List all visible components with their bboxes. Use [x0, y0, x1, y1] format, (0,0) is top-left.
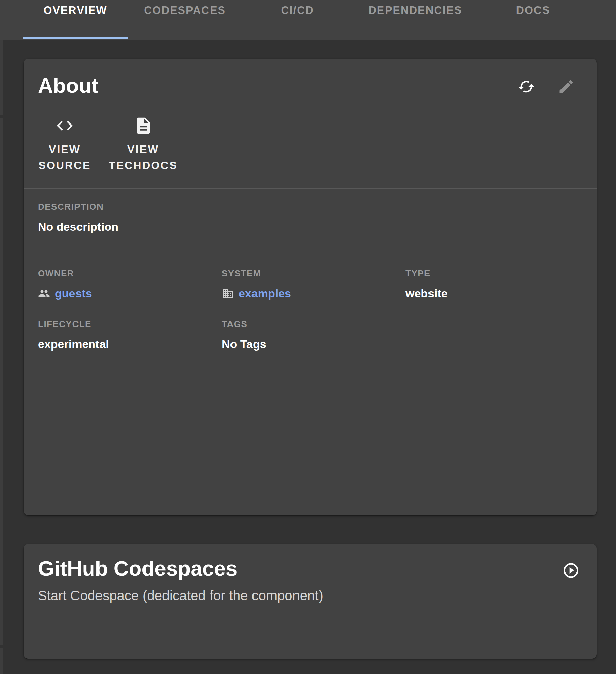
start-codespace-button[interactable] — [562, 562, 580, 580]
play-circle-icon — [562, 562, 580, 580]
document-icon — [134, 116, 153, 136]
field-description: DESCRIPTION No description — [38, 202, 118, 233]
field-description-label: DESCRIPTION — [38, 202, 118, 212]
github-codespaces-card: GitHub Codespaces Start Codespace (dedic… — [24, 544, 597, 659]
code-icon — [55, 116, 74, 136]
codespaces-card-title: GitHub Codespaces — [38, 557, 237, 580]
tab-docs[interactable]: DOCS — [477, 0, 589, 40]
owner-link[interactable]: guests — [55, 287, 92, 300]
refresh-icon — [518, 78, 535, 96]
view-techdocs-label: VIEW TECHDOCS — [104, 141, 182, 174]
field-tags-value: No Tags — [222, 338, 266, 351]
tab-overview[interactable]: OVERVIEW — [23, 0, 128, 40]
left-cutoff-card-edge — [0, 40, 3, 115]
about-card-buttons: VIEW SOURCE VIEW TECHDOCS — [25, 116, 182, 174]
left-cutoff-card-edge — [0, 118, 3, 645]
view-techdocs-button[interactable]: VIEW TECHDOCS — [104, 116, 182, 174]
tab-dependencies[interactable]: DEPENDENCIES — [353, 0, 477, 40]
field-lifecycle-value: experimental — [38, 338, 109, 351]
field-type: TYPE website — [405, 268, 448, 300]
about-card-divider — [24, 188, 597, 189]
group-icon — [38, 288, 50, 300]
business-icon — [222, 288, 234, 300]
entity-tab-bar: OVERVIEW CODESPACES CI/CD DEPENDENCIES D… — [0, 0, 616, 40]
codespaces-card-subtitle: Start Codespace (dedicated for the compo… — [38, 588, 323, 603]
left-cutoff-card-edge — [0, 648, 3, 674]
refresh-entity-button[interactable] — [518, 78, 535, 96]
field-type-value: website — [405, 287, 448, 300]
field-system: SYSTEM examples — [222, 268, 291, 300]
edit-icon — [557, 78, 575, 96]
field-lifecycle: LIFECYCLE experimental — [38, 319, 109, 351]
field-type-label: TYPE — [405, 268, 448, 279]
field-owner-label: OWNER — [38, 268, 92, 279]
field-system-label: SYSTEM — [222, 268, 291, 279]
view-source-label: VIEW SOURCE — [25, 141, 104, 174]
tab-codespaces[interactable]: CODESPACES — [128, 0, 242, 40]
view-source-button[interactable]: VIEW SOURCE — [25, 116, 104, 174]
tab-cicd[interactable]: CI/CD — [242, 0, 353, 40]
field-description-value: No description — [38, 220, 118, 233]
about-card-actions — [518, 78, 575, 96]
edit-metadata-button[interactable] — [557, 78, 575, 96]
system-link[interactable]: examples — [239, 287, 291, 300]
field-tags-label: TAGS — [222, 319, 266, 330]
field-tags: TAGS No Tags — [222, 319, 266, 351]
about-card-title: About — [38, 74, 98, 97]
about-card: About VIEW SOURCE VIEW TECHDOCS — [24, 59, 597, 515]
field-lifecycle-label: LIFECYCLE — [38, 319, 109, 330]
field-owner: OWNER guests — [38, 268, 92, 300]
